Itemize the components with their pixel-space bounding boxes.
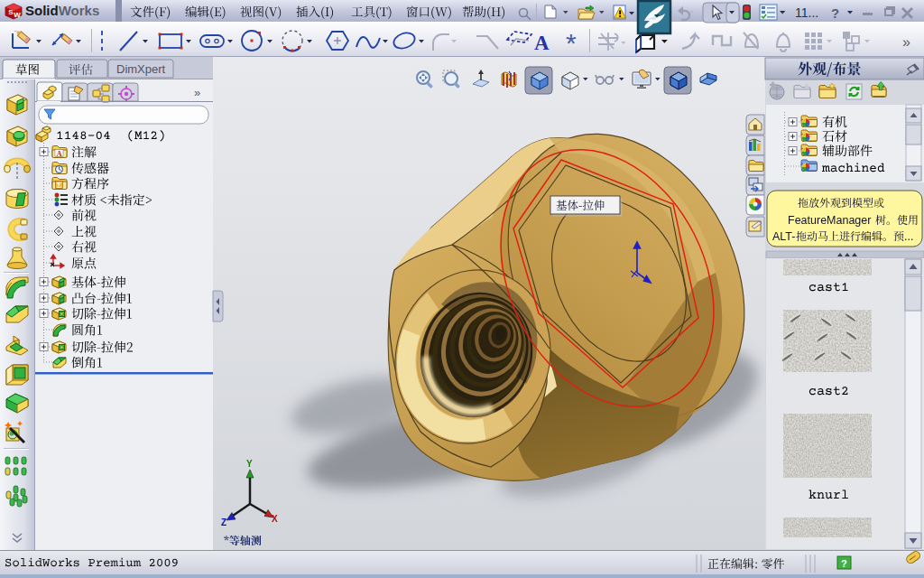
svg-text:SolidWorks: SolidWorks [25,3,99,18]
svg-text:X: X [272,514,278,524]
svg-text:?: ? [831,5,839,21]
svg-text:Y: Y [246,459,253,469]
svg-text:Σ: Σ [57,182,61,190]
svg-text:DimXpert: DimXpert [116,62,166,76]
svg-text:...: ... [904,230,913,243]
svg-text:?: ? [841,558,847,569]
svg-text:A: A [534,32,550,54]
svg-text:A: A [57,149,63,158]
svg-text:»: » [902,34,910,50]
svg-text:11...: 11... [795,5,818,20]
svg-text:»: » [194,86,200,99]
svg-text:Z: Z [221,517,226,527]
svg-text:*: * [566,28,577,58]
svg-text:ALT-: ALT- [772,230,795,243]
svg-text:FeatureManager: FeatureManager [788,214,871,227]
svg-text:W: W [14,11,21,19]
